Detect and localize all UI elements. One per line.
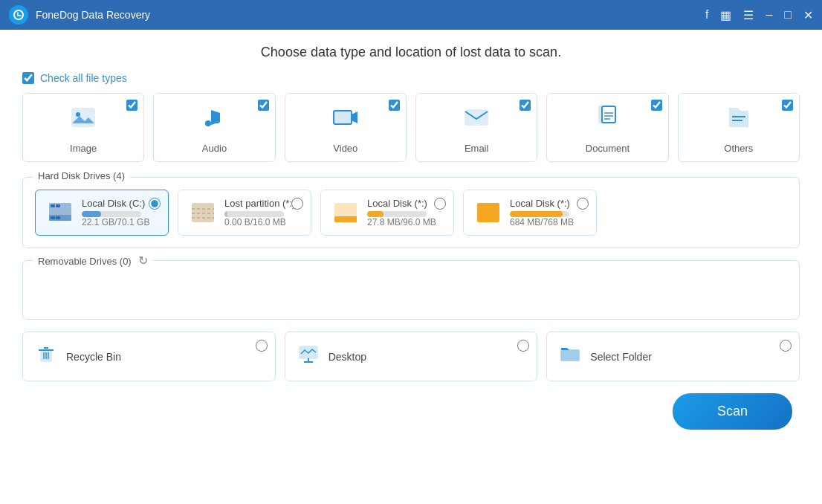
email-icon <box>463 104 490 137</box>
video-checkbox[interactable] <box>389 100 400 111</box>
drive-lost-radio[interactable] <box>291 198 303 210</box>
others-label: Others <box>724 143 753 154</box>
drive-d-name: Local Disk (*:) <box>367 198 436 209</box>
image-checkbox[interactable] <box>126 100 137 111</box>
drive-c-info: Local Disk (C:) 22.1 GB/70.1 GB <box>82 198 149 227</box>
main-content: Choose data type and location of lost da… <box>0 30 822 504</box>
folder-icon <box>559 343 581 370</box>
others-icon <box>725 104 752 137</box>
recycle-bin-label: Recycle Bin <box>66 351 121 363</box>
drive-d-radio[interactable] <box>434 198 446 210</box>
email-checkbox[interactable] <box>520 100 531 111</box>
svg-rect-26 <box>334 216 357 222</box>
recycle-bin-card[interactable]: Recycle Bin <box>22 332 276 381</box>
desktop-radio[interactable] <box>517 340 529 352</box>
svg-point-2 <box>205 120 211 126</box>
drive-c[interactable]: Local Disk (C:) 22.1 GB/70.1 GB <box>35 190 169 236</box>
email-label: Email <box>465 143 489 154</box>
desktop-icon <box>297 343 320 370</box>
drive-c-icon <box>46 198 74 227</box>
file-type-others[interactable]: Others <box>678 93 800 162</box>
recycle-bin-icon <box>35 343 57 370</box>
drive-d[interactable]: Local Disk (*:) 27.8 MB/96.0 MB <box>320 190 454 236</box>
svg-rect-13 <box>732 116 745 117</box>
drive-c-size: 22.1 GB/70.1 GB <box>82 217 149 227</box>
svg-rect-19 <box>51 204 55 207</box>
image-label: Image <box>70 143 97 154</box>
removable-label-text: Removable Drives (0) <box>38 256 132 267</box>
removable-drives-section: Removable Drives (0) ↻ <box>22 260 800 320</box>
drive-c-radio[interactable] <box>149 198 161 210</box>
check-all-row: Check all file types <box>22 72 800 84</box>
svg-rect-14 <box>732 120 742 121</box>
file-types-row: Image Audio Video Email <box>22 93 800 162</box>
audio-checkbox[interactable] <box>258 100 269 111</box>
app-logo <box>9 5 28 25</box>
svg-rect-21 <box>192 203 214 222</box>
minimize-icon[interactable]: – <box>766 8 772 22</box>
check-all-label: Check all file types <box>40 72 127 84</box>
select-folder-label: Select Folder <box>590 351 651 363</box>
document-checkbox[interactable] <box>651 100 662 111</box>
svg-rect-18 <box>56 216 60 219</box>
close-icon[interactable]: ✕ <box>803 8 813 22</box>
drive-d-size: 27.8 MB/96.0 MB <box>367 217 436 227</box>
drive-lost-size: 0.00 B/16.0 MB <box>224 217 295 227</box>
svg-rect-37 <box>561 350 579 361</box>
select-folder-card[interactable]: Select Folder <box>546 332 800 381</box>
hard-disk-section: Hard Disk Drives (4) Local Disk (C:) <box>22 177 800 248</box>
svg-rect-20 <box>56 204 60 207</box>
svg-rect-9 <box>602 106 615 123</box>
facebook-icon[interactable]: f <box>705 8 708 22</box>
file-type-video[interactable]: Video <box>285 93 407 162</box>
file-type-document[interactable]: Document <box>546 93 668 162</box>
file-type-email[interactable]: Email <box>415 93 537 162</box>
recycle-bin-radio[interactable] <box>256 340 268 352</box>
check-all-checkbox[interactable] <box>22 72 34 84</box>
document-icon <box>594 104 621 137</box>
scan-button[interactable]: Scan <box>673 393 792 430</box>
title-bar: FoneDog Data Recovery f ▦ ☰ – □ ✕ <box>0 0 822 30</box>
maximize-icon[interactable]: □ <box>784 8 792 22</box>
app-title: FoneDog Data Recovery <box>36 9 705 21</box>
document-label: Document <box>586 143 630 154</box>
drive-e[interactable]: Local Disk (*:) 684 MB/768 MB <box>463 190 597 236</box>
drive-e-size: 684 MB/768 MB <box>510 217 574 227</box>
drive-d-info: Local Disk (*:) 27.8 MB/96.0 MB <box>367 198 436 227</box>
drive-e-name: Local Disk (*:) <box>510 198 574 209</box>
svg-rect-17 <box>51 216 55 219</box>
removable-label: Removable Drives (0) ↻ <box>33 253 152 268</box>
svg-rect-27 <box>477 203 499 222</box>
file-type-audio[interactable]: Audio <box>153 93 275 162</box>
drives-grid: Local Disk (C:) 22.1 GB/70.1 GB Los <box>35 190 787 236</box>
desktop-label: Desktop <box>329 351 366 363</box>
svg-rect-7 <box>465 110 488 125</box>
drive-e-radio[interactable] <box>577 198 589 210</box>
video-label: Video <box>333 143 357 154</box>
drive-lost-info: Lost partition (*:) 0.00 B/16.0 MB <box>224 198 295 227</box>
drive-lost[interactable]: Lost partition (*:) 0.00 B/16.0 MB <box>178 190 311 236</box>
quick-access-row: Recycle Bin Desktop Select Folder <box>22 332 800 381</box>
select-folder-radio[interactable] <box>780 340 792 352</box>
drive-c-name: Local Disk (C:) <box>82 198 149 209</box>
drive-e-icon <box>474 198 502 227</box>
chat-icon[interactable]: ▦ <box>720 8 731 22</box>
drive-d-icon <box>331 198 360 227</box>
others-checkbox[interactable] <box>782 100 793 111</box>
drive-e-info: Local Disk (*:) 684 MB/768 MB <box>510 198 574 227</box>
hard-disk-label: Hard Disk Drives (4) <box>33 170 129 181</box>
desktop-card[interactable]: Desktop <box>285 332 538 381</box>
drive-lost-icon <box>189 198 217 227</box>
window-controls: f ▦ ☰ – □ ✕ <box>705 8 813 22</box>
page-title: Choose data type and location of lost da… <box>22 45 800 60</box>
audio-label: Audio <box>202 143 227 154</box>
file-type-image[interactable]: Image <box>22 93 144 162</box>
refresh-icon[interactable]: ↻ <box>138 254 148 267</box>
svg-point-3 <box>214 117 220 123</box>
image-icon <box>70 104 97 137</box>
drive-lost-name: Lost partition (*:) <box>224 198 295 209</box>
audio-icon <box>201 104 227 137</box>
svg-rect-0 <box>72 109 94 126</box>
svg-marker-5 <box>352 112 357 123</box>
menu-icon[interactable]: ☰ <box>743 8 754 22</box>
